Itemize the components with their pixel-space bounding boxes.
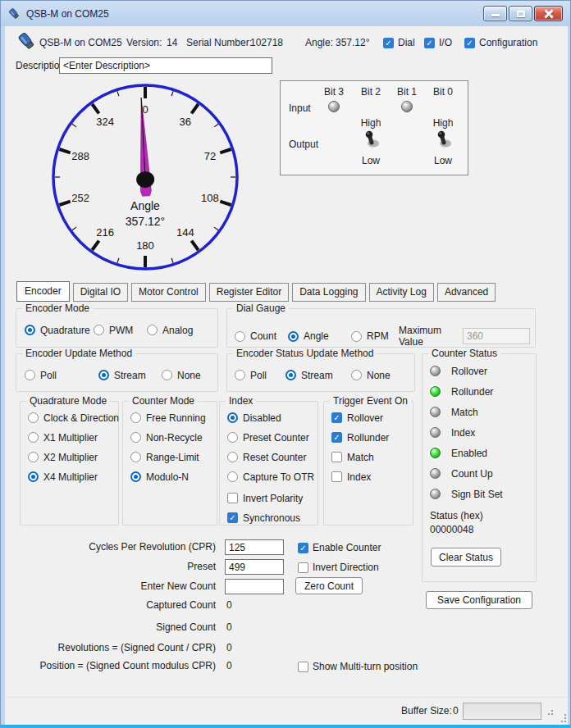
revolutions-value: 0 <box>226 640 232 656</box>
cpr-label: Cycles Per Revolution (CPR) <box>11 539 216 555</box>
led-label: Index <box>451 427 475 439</box>
option-label: Match <box>347 452 374 463</box>
option-label: Reset Counter <box>243 452 306 463</box>
option-label: Preset Counter <box>243 432 309 444</box>
radio-clock-direction[interactable]: Clock & Direction <box>28 412 118 423</box>
radio-x1-multiplier[interactable]: X1 Multiplier <box>28 432 118 443</box>
led-label: Sign Bit Set <box>451 489 503 500</box>
radio-disabled[interactable]: Disabled <box>227 412 317 423</box>
radio-angle[interactable]: Angle <box>288 331 351 342</box>
checkbox-index[interactable]: Index <box>331 471 413 482</box>
checkbox-mark <box>331 452 342 462</box>
minimize-icon <box>491 14 500 16</box>
buffer-size-value: 0 <box>453 705 459 717</box>
radio-analog[interactable]: Analog <box>147 325 193 335</box>
option-label: Range-Limit <box>146 452 199 463</box>
output-bit2-toggle[interactable] <box>362 129 381 150</box>
close-button[interactable] <box>534 6 563 21</box>
checkbox-invert-direction[interactable]: Invert Direction <box>298 562 379 573</box>
description-input[interactable] <box>59 57 272 74</box>
radio-preset-counter[interactable]: Preset Counter <box>227 432 317 443</box>
minimize-button[interactable] <box>483 6 507 21</box>
led-off <box>430 468 441 479</box>
maximize-button[interactable] <box>509 6 532 21</box>
option-label: Poll <box>40 370 57 381</box>
radio-stream[interactable]: Stream <box>286 370 351 380</box>
checkbox-synchronous[interactable]: ✓Synchronous <box>227 512 317 523</box>
version-value: 14 <box>167 37 177 48</box>
group-encoder-status-update-method: Encoder Status Update Method PollStreamN… <box>226 353 415 392</box>
checkbox-configuration[interactable]: ✓ Configuration <box>464 37 537 48</box>
tab-activity-log[interactable]: Activity Log <box>369 283 434 302</box>
radio-range-limit[interactable]: Range-Limit <box>130 452 217 462</box>
group-title: Trigger Event On <box>330 395 411 407</box>
input-bit3-led <box>328 101 340 112</box>
radio-rpm[interactable]: RPM <box>351 331 399 342</box>
tab-digital-io[interactable]: Digital IO <box>73 283 128 302</box>
save-configuration-button[interactable]: Save Configuration <box>426 591 532 609</box>
status-hex-value: 00000048 <box>430 524 473 535</box>
dial-tick-label: 324 <box>96 116 114 128</box>
checkbox-show-multiturn[interactable]: Show Multi-turn position <box>298 661 418 672</box>
option-label: Index <box>347 471 371 483</box>
radio-mark <box>235 370 245 380</box>
radio-count[interactable]: Count <box>235 331 288 342</box>
radio-mark <box>227 432 238 443</box>
option-label: Capture To OTR <box>243 471 314 483</box>
checkbox-io[interactable]: ✓ I/O <box>424 37 452 48</box>
group-dial-gauge: Dial Gauge CountAngleRPM Maximum Value <box>226 308 536 348</box>
radio-mark <box>351 331 362 342</box>
radio-reset-counter[interactable]: Reset Counter <box>227 452 317 462</box>
checkbox-label: Enable Counter <box>313 542 381 553</box>
radio-mark <box>28 471 39 482</box>
dial-tick-label: 72 <box>204 150 216 162</box>
radio-mark <box>28 452 39 462</box>
checkbox-dial[interactable]: ✓ Dial <box>383 37 415 48</box>
cpr-input[interactable] <box>225 539 284 555</box>
radio-non-recycle[interactable]: Non-Recycle <box>130 432 217 443</box>
window-resize-grip[interactable] <box>558 714 567 723</box>
tab-encoder[interactable]: Encoder <box>16 281 70 302</box>
radio-poll[interactable]: Poll <box>25 370 98 380</box>
checkbox-rollover[interactable]: ✓Rollover <box>331 412 413 423</box>
checkbox-invert-polarity[interactable]: Invert Polarity <box>227 493 317 503</box>
group-title: Encoder Mode <box>22 303 93 314</box>
tab-motor-control[interactable]: Motor Control <box>131 283 206 302</box>
option-label: Synchronous <box>243 512 300 524</box>
checkbox-match[interactable]: Match <box>331 452 413 462</box>
option-label: Rollunder <box>347 432 389 444</box>
radio-mark <box>227 471 238 482</box>
radio-x2-multiplier[interactable]: X2 Multiplier <box>28 452 118 462</box>
output-bit0-toggle[interactable] <box>434 129 454 150</box>
checkbox-rollunder[interactable]: ✓Rollunder <box>331 432 413 443</box>
radio-poll[interactable]: Poll <box>235 370 286 380</box>
zero-count-button[interactable]: Zero Count <box>295 577 363 594</box>
resize-grip[interactable] <box>545 707 554 716</box>
tab-advanced[interactable]: Advanced <box>437 283 496 302</box>
group-title: Encoder Update Method <box>22 348 135 359</box>
radio-stream[interactable]: Stream <box>98 370 162 380</box>
status-hex-label: Status (hex) <box>430 510 483 521</box>
radio-x4-multiplier[interactable]: X4 Multiplier <box>28 471 118 482</box>
option-label: X2 Multiplier <box>43 452 98 463</box>
clear-status-button[interactable]: Clear Status <box>431 548 501 566</box>
titlebar[interactable]: QSB-M on COM25 <box>1 1 570 26</box>
radio-none[interactable]: None <box>162 370 201 380</box>
tab-strip: EncoderDigital IOMotor ControlRegister E… <box>16 281 496 302</box>
radio-capture-to-otr[interactable]: Capture To OTR <box>227 471 317 482</box>
radio-pwm[interactable]: PWM <box>94 325 147 335</box>
tab-data-logging[interactable]: Data Logging <box>292 283 365 302</box>
radio-modulo-n[interactable]: Modulo-N <box>130 471 217 482</box>
preset-input[interactable] <box>225 559 284 575</box>
status-led-index: Index <box>423 422 536 443</box>
led-on <box>430 448 441 458</box>
checkbox-enable-counter[interactable]: ✓ Enable Counter <box>298 542 381 553</box>
new-count-input[interactable] <box>225 579 284 594</box>
option-label: Non-Recycle <box>146 432 203 444</box>
maximum-value-input[interactable] <box>463 328 530 344</box>
signed-count-value: 0 <box>226 620 232 635</box>
radio-free-running[interactable]: Free Running <box>130 412 217 423</box>
tab-register-editor[interactable]: Register Editor <box>209 283 289 302</box>
radio-quadrature[interactable]: Quadrature <box>25 325 94 335</box>
radio-none[interactable]: None <box>351 370 391 380</box>
